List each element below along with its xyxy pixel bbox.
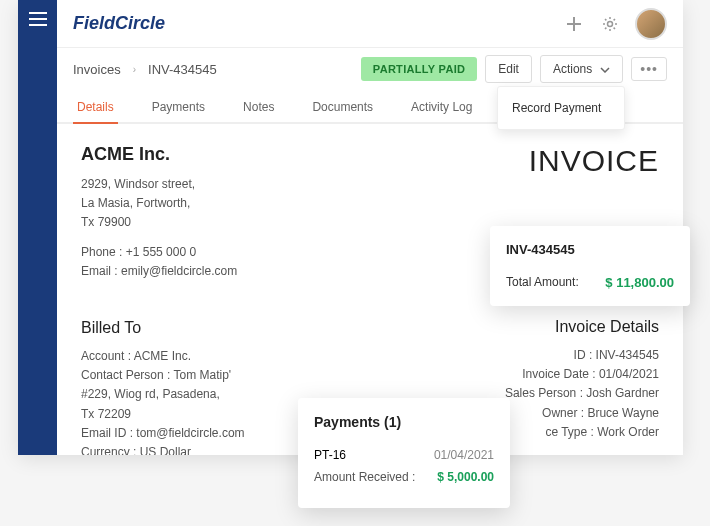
- edit-button[interactable]: Edit: [485, 55, 532, 83]
- svg-rect-0: [29, 12, 47, 14]
- summary-total-value: $ 11,800.00: [605, 275, 674, 290]
- inv-owner: Owner : Bruce Wayne: [505, 404, 659, 423]
- breadcrumb-current: INV-434545: [148, 62, 217, 77]
- tab-documents[interactable]: Documents: [308, 90, 377, 124]
- more-button[interactable]: •••: [631, 57, 667, 81]
- topbar: FieldCircle: [57, 0, 683, 48]
- hamburger-icon[interactable]: [29, 12, 47, 455]
- sidebar-nav: [18, 0, 57, 455]
- company-phone: Phone : +1 555 000 0: [81, 243, 505, 262]
- billed-account: Account : ACME Inc.: [81, 347, 505, 366]
- svg-point-5: [608, 21, 613, 26]
- summary-total-label: Total Amount:: [506, 275, 579, 290]
- status-badge: PARTIALLY PAID: [361, 57, 477, 81]
- gear-icon[interactable]: [599, 13, 621, 35]
- tab-activity[interactable]: Activity Log: [407, 90, 476, 124]
- actions-label: Actions: [553, 62, 592, 76]
- svg-rect-1: [29, 18, 47, 20]
- payment-date: 01/04/2021: [434, 448, 494, 462]
- inv-date: Invoice Date : 01/04/2021: [505, 365, 659, 384]
- dropdown-item-record-payment[interactable]: Record Payment: [498, 95, 624, 121]
- tab-payments[interactable]: Payments: [148, 90, 209, 124]
- payment-amt-label: Amount Received :: [314, 470, 415, 484]
- company-addr2: La Masia, Fortworth,: [81, 194, 505, 213]
- add-icon[interactable]: [563, 13, 585, 35]
- payment-amt-value: $ 5,000.00: [437, 470, 494, 484]
- brand-logo: FieldCircle: [73, 13, 165, 34]
- company-addr3: Tx 79900: [81, 213, 505, 232]
- actions-dropdown: Record Payment: [497, 86, 625, 130]
- tab-details[interactable]: Details: [73, 90, 118, 124]
- payments-title: Payments (1): [314, 414, 494, 430]
- invoice-details-title: Invoice Details: [505, 318, 659, 336]
- inv-sales: Sales Person : Josh Gardner: [505, 384, 659, 403]
- tab-notes[interactable]: Notes: [239, 90, 278, 124]
- breadcrumb: Invoices › INV-434545: [73, 62, 217, 77]
- payments-popup: Payments (1) PT-16 01/04/2021 Amount Rec…: [298, 398, 510, 508]
- avatar[interactable]: [635, 8, 667, 40]
- breadcrumb-root[interactable]: Invoices: [73, 62, 121, 77]
- payment-id: PT-16: [314, 448, 346, 462]
- actions-button[interactable]: Actions: [540, 55, 623, 83]
- company-name: ACME Inc.: [81, 144, 505, 165]
- summary-popup: INV-434545 Total Amount: $ 11,800.00: [490, 226, 690, 306]
- invoice-heading: INVOICE: [505, 144, 659, 178]
- company-email: Email : emily@fieldcircle.com: [81, 262, 505, 281]
- inv-id: ID : INV-434545: [505, 346, 659, 365]
- billed-contact: Contact Person : Tom Matip': [81, 366, 505, 385]
- company-addr1: 2929, Windsor street,: [81, 175, 505, 194]
- chevron-right-icon: ›: [133, 64, 136, 75]
- svg-rect-2: [29, 24, 47, 26]
- svg-rect-4: [567, 23, 581, 25]
- summary-inv-no: INV-434545: [506, 242, 674, 257]
- subbar: Invoices › INV-434545 PARTIALLY PAID Edi…: [57, 48, 683, 90]
- billed-to-title: Billed To: [81, 319, 505, 337]
- chevron-down-icon: [600, 62, 610, 76]
- inv-type: ce Type : Work Order: [505, 423, 659, 442]
